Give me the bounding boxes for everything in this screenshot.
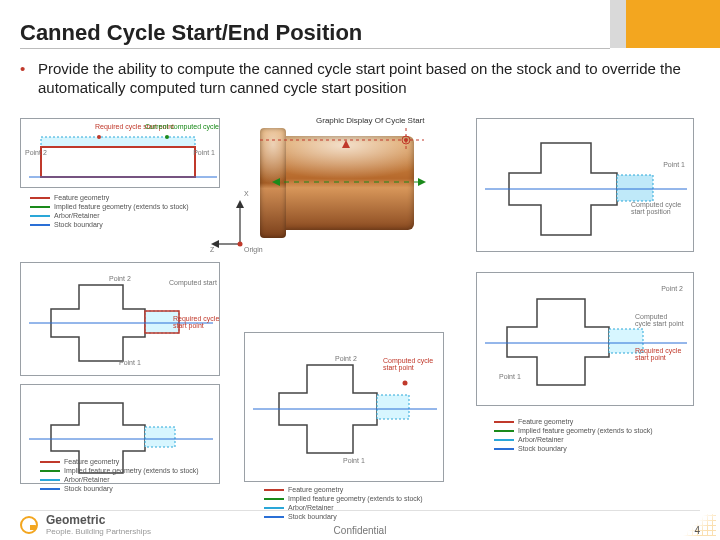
slide-footer: Geometric People. Building Partnerships … <box>0 510 720 540</box>
brand-tagline: People. Building Partnerships <box>46 527 151 536</box>
title-accent <box>610 0 720 48</box>
brand-name: Geometric <box>46 513 151 527</box>
svg-marker-7 <box>236 200 244 208</box>
svg-rect-0 <box>41 137 195 147</box>
panel-top-left: Required cycle start point Current compu… <box>20 118 220 188</box>
footer-logo: Geometric People. Building Partnerships <box>20 513 151 536</box>
panel-right-mid: Point 2 Computed cycle start point Requi… <box>476 272 694 406</box>
svg-rect-11 <box>145 311 179 333</box>
svg-rect-29 <box>609 329 643 353</box>
legend-right: Feature geometry Implied feature geometr… <box>494 418 653 454</box>
logo-icon <box>20 516 38 534</box>
panel-top-right: Point 1 Computed cycle start position <box>476 118 694 252</box>
bullet-text: Provide the ability to compute the canne… <box>38 60 700 98</box>
legend-top-left: Feature geometry Implied feature geometr… <box>30 194 189 230</box>
panel-bottom-center: Point 2 Point 1 Computed cycle start poi… <box>244 332 444 482</box>
svg-rect-27 <box>617 175 653 201</box>
title-underline <box>20 48 610 49</box>
svg-point-26 <box>403 381 408 386</box>
svg-point-10 <box>238 242 243 247</box>
diagram-grid: Required cycle start point Current compu… <box>20 122 700 500</box>
svg-marker-22 <box>418 178 426 186</box>
footer-confidential: Confidential <box>334 525 387 536</box>
svg-rect-14 <box>145 427 175 447</box>
corner-pattern <box>682 514 716 536</box>
center-label: Graphic Display Of Cycle Start <box>316 116 424 125</box>
slide-body: • Provide the ability to compute the can… <box>20 60 700 500</box>
slide-title: Canned Cycle Start/End Position <box>20 20 362 46</box>
bullet-1: • Provide the ability to compute the can… <box>20 60 700 98</box>
svg-marker-9 <box>211 240 219 248</box>
svg-point-4 <box>97 135 101 139</box>
svg-point-5 <box>165 135 169 139</box>
diagram-tl-svg <box>21 119 220 188</box>
panel-mid-left: Point 2 Point 1 Computed start point Req… <box>20 262 220 376</box>
legend-bottom-left: Feature geometry Implied feature geometr… <box>40 458 199 494</box>
diagram-3d-part <box>274 136 414 230</box>
svg-rect-2 <box>41 147 195 177</box>
svg-rect-24 <box>377 395 409 419</box>
bullet-marker: • <box>20 60 32 98</box>
